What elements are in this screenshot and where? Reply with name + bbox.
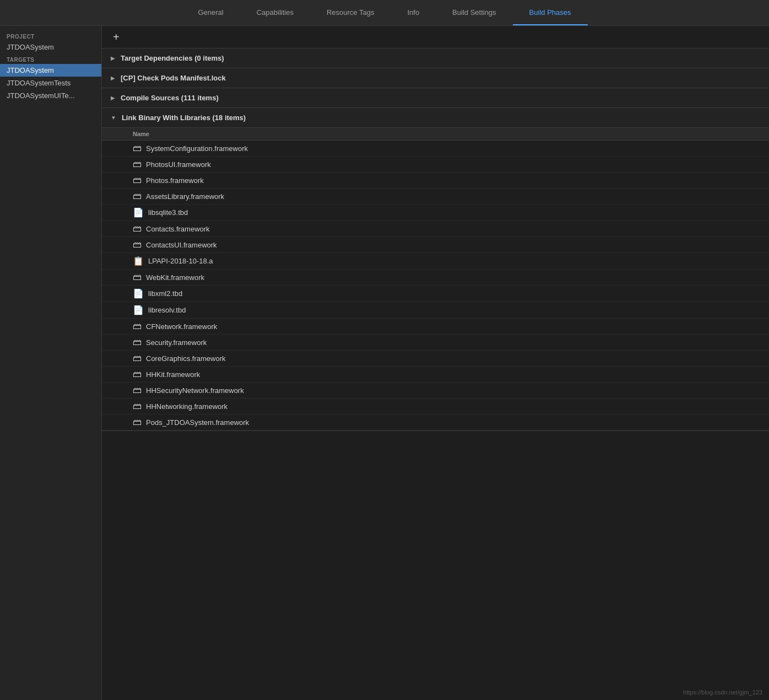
phase-title-check-pods: [CP] Check Pods Manifest.lock [121, 74, 226, 82]
sidebar-targets-list: JTDOASystemJTDOASystemTestsJTDOASystemUI… [0, 64, 101, 102]
library-row[interactable]: 🗃Pods_JTDOASystem.framework [102, 414, 769, 430]
framework-name: SystemConfiguration.framework [146, 144, 248, 153]
library-section: Name🗃SystemConfiguration.framework🗃Photo… [102, 127, 769, 430]
framework-name: CFNetwork.framework [146, 322, 217, 331]
framework-name: libresolv.tbd [148, 306, 186, 314]
framework-icon: 🗃 [133, 417, 142, 427]
library-row[interactable]: 🗃PhotosUI.framework [102, 157, 769, 173]
framework-name: HHNetworking.framework [146, 402, 228, 411]
phase-title-compile-sources: Compile Sources (111 items) [121, 94, 219, 102]
framework-name: libsqlite3.tbd [148, 208, 188, 217]
sidebar-item-jtdoasystem[interactable]: JTDOASystem [0, 64, 101, 77]
library-row[interactable]: 🗃HHNetworking.framework [102, 399, 769, 414]
framework-name: HHKit.framework [146, 370, 200, 379]
framework-icon: 📄 [133, 288, 144, 299]
framework-name: PhotosUI.framework [146, 160, 211, 169]
framework-name: CoreGraphics.framework [146, 354, 226, 363]
library-row[interactable]: 🗃CoreGraphics.framework [102, 351, 769, 367]
phase-title-link-binary: Link Binary With Libraries (18 items) [122, 114, 246, 122]
phase-title-target-dependencies: Target Dependencies (0 items) [121, 54, 224, 62]
framework-icon: 🗃 [133, 385, 142, 395]
project-section-label: PROJECT [0, 30, 101, 41]
library-row[interactable]: 📄libsqlite3.tbd [102, 204, 769, 221]
library-row[interactable]: 🗃AssetsLibrary.framework [102, 189, 769, 204]
content-area: + ▶Target Dependencies (0 items)▶[CP] Ch… [102, 26, 769, 700]
tab-build-phases[interactable]: Build Phases [513, 0, 588, 25]
tab-bar: GeneralCapabilitiesResource TagsInfoBuil… [0, 0, 769, 26]
framework-icon: 🗃 [133, 159, 142, 169]
phase-section-link-binary: ▼Link Binary With Libraries (18 items)Na… [102, 108, 769, 431]
framework-icon: 🗃 [133, 272, 142, 282]
library-table-header: Name [102, 127, 769, 141]
library-row[interactable]: 🗃CFNetwork.framework [102, 319, 769, 335]
framework-icon: 🗃 [133, 401, 142, 411]
phase-arrow-target-dependencies: ▶ [111, 55, 115, 61]
framework-name: Photos.framework [146, 176, 204, 185]
library-row[interactable]: 🗃Contacts.framework [102, 221, 769, 237]
library-row[interactable]: 🗃ContactsUI.framework [102, 237, 769, 253]
tab-build-settings[interactable]: Build Settings [436, 0, 513, 25]
sidebar-item-jtdoasystemuite---[interactable]: JTDOASystemUITe... [0, 89, 101, 102]
framework-icon: 🗃 [133, 353, 142, 363]
framework-icon: 🗃 [133, 175, 142, 185]
sidebar: PROJECT JTDOASystem TARGETS JTDOASystemJ… [0, 26, 102, 700]
library-row[interactable]: 🗃Photos.framework [102, 173, 769, 189]
watermark: https://blog.csdn.net/gjm_123 [683, 689, 762, 696]
framework-name: HHSecurityNetwork.framework [146, 386, 244, 395]
add-bar: + [102, 26, 769, 49]
library-row[interactable]: 📋LPAPI-2018-10-18.a [102, 253, 769, 270]
phase-arrow-compile-sources: ▶ [111, 95, 115, 101]
framework-name: WebKit.framework [146, 273, 204, 282]
framework-name: LPAPI-2018-10-18.a [148, 257, 213, 265]
framework-icon: 🗃 [133, 191, 142, 201]
framework-name: AssetsLibrary.framework [146, 192, 224, 201]
library-row[interactable]: 🗃HHSecurityNetwork.framework [102, 383, 769, 399]
library-row[interactable]: 🗃HHKit.framework [102, 367, 769, 383]
targets-section-label: TARGETS [0, 53, 101, 64]
sidebar-item-jtdoasystemtests[interactable]: JTDOASystemTests [0, 77, 101, 89]
framework-name: Security.framework [146, 338, 207, 347]
phase-arrow-check-pods: ▶ [111, 75, 115, 81]
library-row[interactable]: 📄libresolv.tbd [102, 302, 769, 319]
tab-info[interactable]: Info [391, 0, 436, 25]
framework-name: Contacts.framework [146, 225, 210, 233]
tab-capabilities[interactable]: Capabilities [240, 0, 310, 25]
framework-icon: 📋 [133, 256, 144, 266]
phase-header-compile-sources[interactable]: ▶Compile Sources (111 items) [102, 88, 769, 107]
framework-name: Pods_JTDOASystem.framework [146, 418, 249, 427]
phase-header-check-pods[interactable]: ▶[CP] Check Pods Manifest.lock [102, 68, 769, 88]
framework-icon: 📄 [133, 207, 144, 218]
main-layout: PROJECT JTDOASystem TARGETS JTDOASystemJ… [0, 26, 769, 700]
framework-icon: 🗃 [133, 240, 142, 250]
tab-resource-tags[interactable]: Resource Tags [310, 0, 391, 25]
framework-icon: 📄 [133, 305, 144, 315]
sidebar-item-project[interactable]: JTDOASystem [0, 41, 101, 53]
phase-header-target-dependencies[interactable]: ▶Target Dependencies (0 items) [102, 49, 769, 68]
framework-icon: 🗃 [133, 224, 142, 234]
phases-container: ▶Target Dependencies (0 items)▶[CP] Chec… [102, 49, 769, 431]
phase-header-link-binary[interactable]: ▼Link Binary With Libraries (18 items) [102, 108, 769, 127]
framework-icon: 🗃 [133, 143, 142, 153]
phase-section-compile-sources: ▶Compile Sources (111 items) [102, 88, 769, 108]
library-row[interactable]: 🗃WebKit.framework [102, 270, 769, 286]
framework-icon: 🗃 [133, 321, 142, 331]
framework-name: libxml2.tbd [148, 289, 182, 298]
add-phase-button[interactable]: + [111, 31, 122, 42]
library-row[interactable]: 🗃SystemConfiguration.framework [102, 141, 769, 157]
framework-name: ContactsUI.framework [146, 241, 217, 249]
library-row[interactable]: 📄libxml2.tbd [102, 286, 769, 302]
tab-general[interactable]: General [181, 0, 240, 25]
framework-icon: 🗃 [133, 337, 142, 347]
phase-arrow-link-binary: ▼ [111, 115, 116, 121]
framework-icon: 🗃 [133, 369, 142, 379]
phase-section-target-dependencies: ▶Target Dependencies (0 items) [102, 49, 769, 68]
library-row[interactable]: 🗃Security.framework [102, 335, 769, 351]
phase-section-check-pods: ▶[CP] Check Pods Manifest.lock [102, 68, 769, 88]
